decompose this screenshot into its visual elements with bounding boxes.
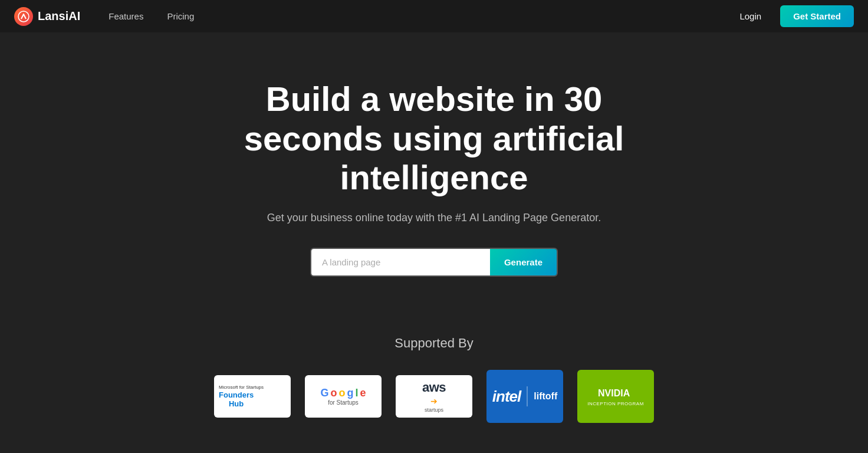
sponsor-microsoft: Microsoft for Startups FoundersHub	[214, 375, 291, 418]
navbar-actions: Login Get Started	[730, 5, 854, 27]
landing-page-input[interactable]	[311, 249, 490, 275]
nav-links: Features Pricing	[99, 6, 730, 26]
hero-section: Build a website in 30 seconds using arti…	[0, 32, 868, 312]
generate-button[interactable]: Generate	[490, 249, 557, 275]
get-started-button[interactable]: Get Started	[780, 5, 854, 27]
hero-input-group: Generate	[310, 248, 558, 277]
svg-point-0	[18, 11, 29, 22]
sponsor-google: G o o g l e for Startups	[305, 375, 382, 418]
navbar: LansiAI Features Pricing Login Get Start…	[0, 0, 868, 32]
supported-section: Supported By Microsoft for Startups Foun…	[0, 312, 868, 435]
logo-icon	[14, 7, 33, 26]
logo-text: LansiAI	[38, 9, 80, 23]
sponsor-nvidia: NVIDIA INCEPTION PROGRAM	[577, 370, 654, 423]
login-button[interactable]: Login	[730, 6, 771, 26]
hero-title: Build a website in 30 seconds using arti…	[192, 80, 676, 198]
svg-text:NVIDIA: NVIDIA	[598, 388, 630, 398]
hero-subtitle: Get your business online today with the …	[267, 212, 601, 224]
sponsors-row: Microsoft for Startups FoundersHub G o o…	[12, 370, 856, 423]
supported-title: Supported By	[12, 336, 856, 351]
nav-features[interactable]: Features	[99, 6, 153, 26]
nav-pricing[interactable]: Pricing	[157, 6, 203, 26]
nvidia-logo-icon: NVIDIA	[598, 387, 633, 399]
sponsor-aws: aws ➔ startups	[396, 375, 472, 418]
logo[interactable]: LansiAI	[14, 7, 80, 26]
sponsor-intel: intel liftoff	[486, 370, 563, 423]
